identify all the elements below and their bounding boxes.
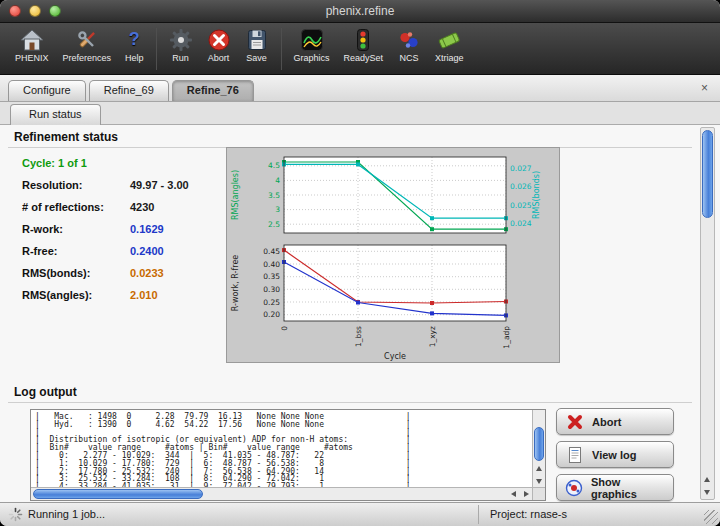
toolbar-button-label: NCS <box>400 53 419 63</box>
toolbar-separator <box>281 28 282 70</box>
phenix-refine-window: phenix.refine PHENIX Preferences ? Help … <box>0 0 720 526</box>
run-status-tab-bar: Run status <box>0 102 720 125</box>
rms-bonds-value: 0.0233 <box>130 267 164 279</box>
toolbar-button-label: ReadySet <box>344 53 384 63</box>
tab-label: Configure <box>23 84 71 96</box>
project-name-text: Project: rnase-s <box>490 503 567 526</box>
log-horizontal-scrollbar[interactable] <box>31 487 532 500</box>
button-label: Show graphics <box>591 476 665 500</box>
document-icon <box>565 445 585 465</box>
toolbar-button-label: PHENIX <box>15 53 49 63</box>
svg-text:Cycle: Cycle <box>384 352 406 361</box>
resolution-value: 49.97 - 3.00 <box>130 179 189 191</box>
scrollbar-thumb[interactable] <box>534 427 544 461</box>
log-text: | Mac. : 1498 0 2.28 79.79 16.13 None No… <box>31 410 545 494</box>
scroll-down-button[interactable] <box>701 486 713 498</box>
rms-angles-value: 2.010 <box>130 289 158 301</box>
scroll-right-button[interactable] <box>520 488 532 500</box>
rfree-value: 0.2400 <box>130 245 164 257</box>
log-output[interactable]: | Mac. : 1498 0 2.28 79.79 16.13 None No… <box>30 409 546 501</box>
save-disk-icon <box>245 26 269 53</box>
divider <box>8 402 692 403</box>
running-status-text: Running 1 job... <box>28 503 105 526</box>
svg-text:1_bss: 1_bss <box>354 326 363 347</box>
toolbar: PHENIX Preferences ? Help Run Abort <box>0 23 720 75</box>
svg-text:0.025: 0.025 <box>510 201 532 210</box>
readyset-traffic-light-icon <box>351 26 375 53</box>
titlebar: phenix.refine <box>0 0 720 23</box>
svg-text:4.5: 4.5 <box>268 161 280 170</box>
window-title: phenix.refine <box>0 0 720 23</box>
abort-icon <box>207 26 231 53</box>
toolbar-button-abort[interactable]: Abort <box>202 26 236 63</box>
svg-text:0.20: 0.20 <box>263 310 280 319</box>
svg-text:0.30: 0.30 <box>263 285 280 294</box>
scrollbar-thumb[interactable] <box>33 489 203 499</box>
stat-row-rms-angles: RMS(angles):2.010 <box>22 289 222 311</box>
tab-configure[interactable]: Configure <box>8 80 86 101</box>
stat-row-reflections: # of reflections:4230 <box>22 201 222 223</box>
toolbar-button-run[interactable]: Run <box>164 26 198 63</box>
scroll-left-button[interactable] <box>507 488 519 500</box>
svg-text:0.35: 0.35 <box>263 272 280 281</box>
toolbar-button-label: Graphics <box>294 53 330 63</box>
svg-text:1_xyz: 1_xyz <box>428 326 437 347</box>
toolbar-button-graphics[interactable]: Graphics <box>289 26 335 63</box>
toolbar-button-phenix[interactable]: PHENIX <box>10 26 54 63</box>
svg-text:R-work, R-free: R-work, R-free <box>231 255 240 312</box>
help-icon: ? <box>129 26 140 53</box>
toolbar-button-label: Preferences <box>63 53 112 63</box>
scroll-up-button[interactable] <box>701 473 713 485</box>
resize-grip[interactable] <box>704 510 718 524</box>
content-scrollbar[interactable] <box>700 127 715 500</box>
svg-text:0.026: 0.026 <box>510 182 532 191</box>
svg-text:0.45: 0.45 <box>263 247 280 256</box>
close-window-button[interactable] <box>9 5 21 17</box>
view-log-button[interactable]: View log <box>556 441 674 468</box>
svg-text:0.40: 0.40 <box>263 260 280 269</box>
preferences-tools-icon <box>75 26 99 53</box>
abort-button[interactable]: Abort <box>556 408 674 435</box>
button-label: View log <box>592 449 636 461</box>
show-graphics-button[interactable]: Show graphics <box>556 474 674 501</box>
toolbar-button-save[interactable]: Save <box>240 26 274 63</box>
cycle-counter: Cycle: 1 of 1 <box>22 157 87 169</box>
scroll-down-button[interactable] <box>533 475 545 487</box>
stat-row-rms-bonds: RMS(bonds):0.0233 <box>22 267 222 289</box>
scrollbar-corner <box>532 487 545 500</box>
toolbar-button-readyset[interactable]: ReadySet <box>339 26 389 63</box>
svg-text:3.5: 3.5 <box>268 191 280 200</box>
toolbar-button-help[interactable]: ? Help <box>120 26 149 63</box>
toolbar-button-label: Help <box>125 53 144 63</box>
phenix-home-icon <box>20 26 44 53</box>
tab-run-status[interactable]: Run status <box>10 104 101 125</box>
toolbar-separator <box>156 28 157 70</box>
scroll-up-button[interactable] <box>533 462 545 474</box>
log-vertical-scrollbar[interactable] <box>532 410 545 487</box>
zoom-window-button[interactable] <box>49 5 61 17</box>
log-output-heading: Log output <box>14 385 77 399</box>
toolbar-button-ncs[interactable]: NCS <box>392 26 426 63</box>
scrollbar-thumb[interactable] <box>702 130 713 218</box>
reflections-value: 4230 <box>130 201 154 213</box>
button-label: Abort <box>592 416 621 428</box>
close-tab-icon[interactable]: × <box>697 76 712 101</box>
stat-row-resolution: Resolution:49.97 - 3.00 <box>22 179 222 201</box>
svg-text:RMS(bonds): RMS(bonds) <box>532 171 541 219</box>
ncs-icon <box>397 26 421 53</box>
graphics-sphere-icon <box>565 478 584 498</box>
tab-refine-76[interactable]: Refine_76 <box>172 80 254 101</box>
minimize-window-button[interactable] <box>29 5 41 17</box>
refinement-chart: 4.543.532.50.0270.0260.0250.024RMS(angle… <box>226 147 560 363</box>
run-status-panel: Refinement status Cycle: 1 of 1 Resoluti… <box>0 125 720 502</box>
tab-label: Refine_69 <box>104 84 154 96</box>
tab-refine-69[interactable]: Refine_69 <box>89 80 169 101</box>
toolbar-button-preferences[interactable]: Preferences <box>58 26 117 63</box>
toolbar-button-xtriage[interactable]: Xtriage <box>430 26 469 63</box>
svg-text:RMS(angles): RMS(angles) <box>231 170 240 220</box>
statusbar-divider <box>478 505 479 524</box>
tab-label: Refine_76 <box>187 84 239 96</box>
xtriage-icon <box>437 26 461 53</box>
toolbar-button-label: Run <box>172 53 189 63</box>
refinement-stats: Cycle: 1 of 1 Resolution:49.97 - 3.00 # … <box>22 157 222 311</box>
